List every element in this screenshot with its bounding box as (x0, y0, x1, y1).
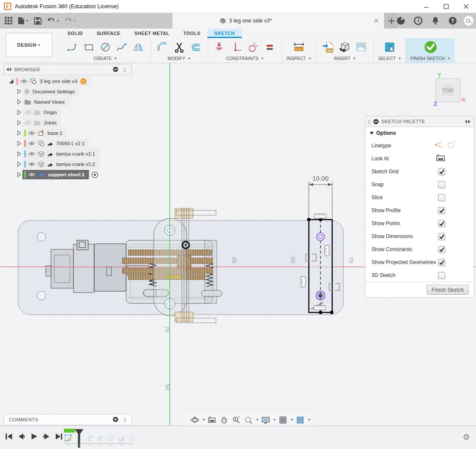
insert-mesh-tool[interactable] (337, 39, 352, 55)
settings-gear-icon[interactable]: ⚙ (463, 433, 470, 441)
timeline-skip-start-button[interactable] (4, 432, 13, 441)
show-projected-geometries-checkbox[interactable] (438, 259, 445, 266)
sketch-grid-checkbox[interactable] (438, 168, 445, 175)
look-at-nav-icon[interactable] (206, 414, 218, 426)
viewports-icon[interactable] (295, 414, 306, 426)
finish-sketch-palette-button[interactable]: Finish Sketch (427, 285, 469, 295)
finish-sketch-menu[interactable]: FINISH SKETCH▼ (410, 56, 451, 61)
browser-item-base[interactable]: base:1 (3, 128, 142, 138)
create-menu[interactable]: CREATE▼ (94, 56, 117, 61)
panel-minimize-icon[interactable] (373, 119, 379, 124)
extensions-icon[interactable] (395, 14, 407, 27)
tab-sketch[interactable]: SKETCH (207, 29, 242, 38)
timeline-feature-fillet-1[interactable] (86, 434, 95, 443)
expand-caret-icon[interactable] (16, 89, 22, 94)
grid-settings-icon[interactable] (277, 414, 289, 426)
finish-sketch-button[interactable] (423, 39, 438, 55)
notifications-bell-icon[interactable] (429, 14, 441, 27)
undo-button[interactable]: ▼ (46, 14, 61, 27)
visibility-eye-icon[interactable] (28, 140, 35, 146)
browser-item-origin[interactable]: Origin (3, 107, 142, 118)
sketch-circle-tool[interactable] (98, 39, 113, 55)
expand-caret-icon[interactable] (8, 79, 15, 84)
comments-bar[interactable]: COMMENTS || (3, 414, 132, 425)
browser-panel-header[interactable]: BROWSER || (3, 64, 132, 75)
timeline-play-button[interactable] (29, 432, 38, 441)
tangent-constraint-tool[interactable] (245, 39, 261, 55)
insert-canvas-tool[interactable] (353, 39, 369, 55)
maximize-button[interactable] (436, 0, 456, 13)
visibility-hidden-eye-icon[interactable] (24, 109, 32, 115)
timeline-feature-revolve[interactable] (127, 434, 136, 443)
trim-tool[interactable] (171, 39, 187, 55)
panel-grip[interactable]: || (124, 67, 126, 72)
tab-tools[interactable]: TOOLS (176, 29, 207, 38)
select-tool[interactable] (382, 39, 397, 55)
browser-item-named-views[interactable]: Named Views (3, 97, 142, 107)
orbit-icon[interactable] (189, 414, 200, 426)
measure-tool[interactable] (291, 39, 307, 55)
sketch-rectangle-tool[interactable] (81, 39, 97, 55)
expand-caret-icon[interactable] (16, 120, 22, 125)
job-status-clock-icon[interactable] (412, 14, 424, 27)
look-at-icon[interactable] (436, 154, 445, 163)
timeline-step-forward-button[interactable] (42, 432, 51, 441)
collapse-right-icon[interactable] (465, 120, 474, 124)
browser-item-tamiya-crank-1[interactable]: tamiya crank v1:1 (3, 149, 142, 159)
save-button[interactable] (32, 14, 44, 27)
insert-menu[interactable]: INSERT▼ (334, 56, 356, 61)
midpoint-constraint-tool[interactable] (213, 39, 228, 55)
modify-menu[interactable]: MODIFY▼ (168, 56, 191, 61)
display-settings-icon[interactable] (260, 414, 271, 426)
panel-minimize-icon[interactable] (113, 67, 118, 73)
projected-point-bottom[interactable] (316, 291, 325, 300)
equal-constraint-tool[interactable] (262, 39, 277, 55)
browser-item-70093[interactable]: 70093 L v1:1 (3, 138, 142, 149)
browser-item-root[interactable]: 3 leg one side v3 C (3, 76, 142, 86)
active-sketch-profile[interactable] (307, 218, 333, 314)
3d-sketch-checkbox[interactable] (438, 272, 445, 279)
panel-grip[interactable]: || (368, 119, 371, 124)
visibility-eye-icon[interactable] (28, 130, 35, 136)
timeline-feature-sketch[interactable] (106, 434, 116, 443)
slice-checkbox[interactable] (438, 194, 445, 201)
sketch-mirror-tool[interactable] (130, 39, 146, 55)
timeline-skip-end-button[interactable] (54, 432, 63, 441)
expand-caret-icon[interactable] (16, 141, 22, 146)
pan-hand-icon[interactable] (219, 414, 230, 426)
timeline-track[interactable] (63, 427, 141, 449)
browser-item-document-settings[interactable]: ⚙ Document Settings (3, 86, 142, 97)
expand-caret-icon[interactable] (16, 151, 22, 156)
projected-linetype-icon[interactable] (447, 141, 456, 150)
timeline-feature-extrude[interactable] (117, 434, 126, 443)
visibility-eye-icon[interactable] (28, 151, 35, 157)
minimize-button[interactable] (416, 0, 436, 13)
show-profile-checkbox[interactable] (438, 207, 445, 214)
add-comment-icon[interactable] (113, 417, 118, 423)
user-avatar[interactable]: CL (464, 16, 473, 25)
zoom-icon[interactable] (231, 414, 242, 426)
expand-caret-icon[interactable] (16, 172, 22, 177)
expand-caret-icon[interactable] (16, 131, 22, 136)
offset-tool[interactable] (188, 39, 203, 55)
visibility-hidden-eye-icon[interactable] (24, 120, 32, 126)
visibility-eye-icon[interactable] (28, 161, 35, 167)
options-section-header[interactable]: Options (365, 127, 474, 139)
select-menu[interactable]: SELECT▼ (378, 56, 401, 61)
timeline-playhead[interactable] (74, 429, 84, 449)
file-menu-button[interactable]: ▼ (16, 14, 30, 27)
sketch-line-tool[interactable] (65, 39, 80, 55)
expand-caret-icon[interactable] (16, 99, 22, 105)
close-button[interactable] (456, 0, 476, 13)
expand-caret-icon[interactable] (16, 162, 22, 167)
collapse-left-icon[interactable] (6, 67, 12, 72)
redo-button[interactable]: ▼ (63, 14, 78, 27)
tab-sheet-metal[interactable]: SHEET METAL (127, 29, 176, 38)
tab-surface[interactable]: SURFACE (90, 29, 127, 38)
browser-item-joints[interactable]: Joints (3, 118, 142, 128)
tab-close-icon[interactable] (373, 17, 380, 24)
visibility-eye-icon[interactable] (28, 172, 35, 178)
show-points-checkbox[interactable] (438, 220, 445, 227)
workspace-selector[interactable]: DESIGN ▼ (6, 33, 52, 57)
inspect-menu[interactable]: INSPECT▼ (286, 56, 311, 61)
